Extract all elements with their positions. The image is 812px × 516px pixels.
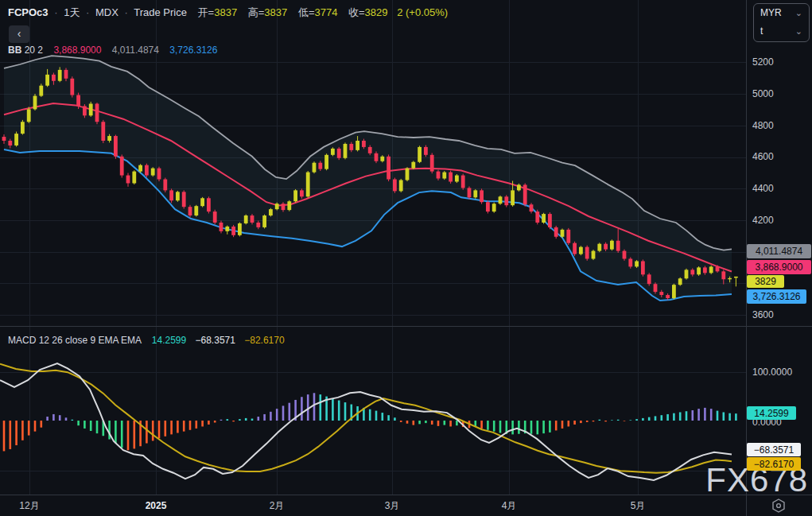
trading-chart-app: 5200500048004600440042003600100.00000.00… xyxy=(0,0,812,516)
bb-basis-value: 3,868.9000 xyxy=(53,45,101,56)
unit-select[interactable]: t ⌄ xyxy=(754,22,809,41)
close-value: 3829 xyxy=(365,6,388,18)
svg-text:12月: 12月 xyxy=(19,500,39,511)
low-label: 低= xyxy=(298,6,315,18)
exchange-label: MDX xyxy=(95,6,118,18)
svg-text:4400: 4400 xyxy=(752,183,774,194)
macd-signal-badge: −82.6170 xyxy=(747,457,801,471)
macd-hist-badge: 14.2599 xyxy=(747,406,796,420)
currency-select[interactable]: MYR ⌄ xyxy=(754,4,809,22)
svg-text:4800: 4800 xyxy=(752,120,774,131)
unit-value: t xyxy=(760,22,763,41)
svg-text:5200: 5200 xyxy=(752,56,774,68)
macd-params: 12 26 close 9 EMA EMA xyxy=(39,335,142,346)
high-label: 高= xyxy=(248,6,265,18)
bb-indicator-row[interactable]: BB 20 2 3,868.9000 4,011.4874 3,726.3126 xyxy=(8,45,217,56)
macd-signal-value: −82.6170 xyxy=(244,335,284,346)
bb-lower-badge: 3,726.3126 xyxy=(747,289,806,304)
macd-line-value: −68.3571 xyxy=(196,335,235,346)
back-button[interactable]: ‹ xyxy=(9,25,29,43)
gear-icon[interactable] xyxy=(768,498,789,514)
close-label: 收= xyxy=(348,6,365,18)
macd-line-badge: −68.3571 xyxy=(747,443,801,456)
symbol-name[interactable]: FCPOc3 xyxy=(8,6,49,18)
svg-text:5月: 5月 xyxy=(631,500,646,511)
open-value: 3837 xyxy=(214,6,237,18)
change-value: 2 (+0.05%) xyxy=(397,6,448,18)
symbol-header: FCPOc3 · 1天 · MDX · Trade Price 开=3837 高… xyxy=(8,6,448,20)
macd-hist-value: 14.2599 xyxy=(152,335,186,346)
open-label: 开= xyxy=(198,6,215,18)
bb-label: BB xyxy=(8,45,21,56)
chevron-down-icon: ⌄ xyxy=(795,4,802,22)
svg-text:4200: 4200 xyxy=(752,215,774,226)
bb-basis-badge: 3,868.9000 xyxy=(747,260,811,274)
macd-indicator-row[interactable]: MACD 12 26 close 9 EMA EMA 14.2599 −68.3… xyxy=(8,335,285,346)
price-chart-canvas[interactable]: 5200500048004600440042003600100.00000.00… xyxy=(0,0,812,516)
unit-selector: MYR ⌄ t ⌄ xyxy=(753,3,810,42)
svg-text:2月: 2月 xyxy=(270,500,285,511)
bb-upper-badge: 4,011.4874 xyxy=(747,244,811,258)
last-price-badge: 3829 xyxy=(747,275,784,288)
bb-params: 20 2 xyxy=(25,45,43,56)
currency-value: MYR xyxy=(760,4,782,22)
bb-upper-value: 4,011.4874 xyxy=(112,45,159,56)
chevron-down-icon: ⌄ xyxy=(795,22,802,41)
svg-text:4600: 4600 xyxy=(752,151,774,162)
low-value: 3774 xyxy=(314,6,337,18)
svg-text:100.0000: 100.0000 xyxy=(752,367,792,378)
bb-lower-value: 3,726.3126 xyxy=(169,45,217,56)
svg-text:5000: 5000 xyxy=(752,88,774,99)
high-value: 3837 xyxy=(264,6,287,18)
svg-text:4月: 4月 xyxy=(502,500,517,511)
macd-label: MACD xyxy=(8,335,36,346)
series-label: Trade Price xyxy=(134,6,187,18)
svg-text:3600: 3600 xyxy=(752,309,774,320)
svg-text:2025: 2025 xyxy=(146,500,167,511)
interval-label[interactable]: 1天 xyxy=(64,6,80,18)
svg-text:3月: 3月 xyxy=(385,500,400,511)
